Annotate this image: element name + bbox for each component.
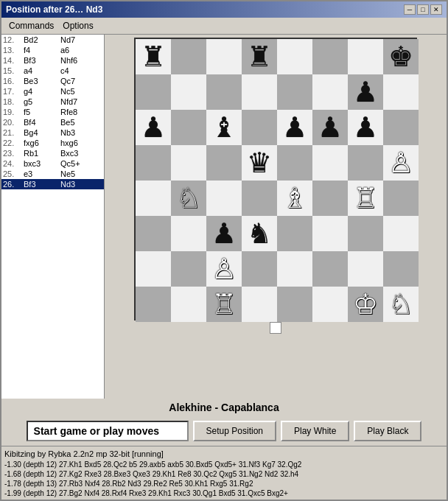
cell-g7[interactable]: ♟	[348, 74, 383, 110]
cell-c3[interactable]: ♟	[206, 216, 242, 251]
cell-c8[interactable]	[206, 39, 242, 74]
cell-h5[interactable]: ♙	[383, 145, 419, 181]
cell-h1[interactable]: ♘	[383, 287, 419, 322]
cell-c6[interactable]: ♝	[206, 110, 242, 145]
move-row[interactable]: 14. Bf3 Nhf6	[1, 55, 104, 66]
cell-f2[interactable]	[312, 251, 348, 287]
menu-options[interactable]: Options	[58, 19, 97, 32]
black-move[interactable]: Be5	[60, 118, 97, 127]
black-move[interactable]: Nhf6	[60, 56, 97, 65]
move-row[interactable]: 12. Bd2 Nd7	[1, 35, 104, 45]
move-row[interactable]: 13. f4 a6	[1, 45, 104, 55]
cell-e4[interactable]: ♗	[277, 181, 312, 216]
cell-h7[interactable]	[383, 74, 419, 110]
cell-h4[interactable]	[383, 181, 419, 216]
black-move[interactable]: Qc7	[60, 77, 97, 85]
black-move[interactable]: Rfe8	[60, 108, 97, 116]
cell-d7[interactable]	[242, 74, 277, 110]
white-move[interactable]: Be3	[24, 77, 60, 85]
white-move[interactable]: e3	[24, 169, 60, 178]
cell-g2[interactable]	[348, 251, 383, 287]
cell-d8[interactable]: ♜	[242, 39, 277, 74]
cell-f5[interactable]	[312, 145, 348, 181]
cell-g3[interactable]	[348, 216, 383, 251]
cell-b4[interactable]: ♘	[171, 181, 206, 216]
black-move[interactable]: Nb3	[60, 128, 97, 137]
move-row[interactable]: 22. fxg6 hxg6	[1, 138, 104, 148]
white-move[interactable]: fxg6	[24, 139, 60, 147]
white-move[interactable]: g5	[24, 97, 60, 106]
white-move[interactable]: Rb1	[24, 149, 60, 158]
white-move[interactable]: f4	[24, 46, 60, 55]
cell-f6[interactable]: ♟	[312, 110, 348, 145]
cell-b8[interactable]	[171, 39, 206, 74]
cell-h3[interactable]	[383, 216, 419, 251]
cell-a8[interactable]: ♜	[136, 39, 171, 74]
cell-d1[interactable]	[242, 287, 277, 322]
black-move[interactable]: Nd3	[60, 180, 97, 189]
setup-position-button[interactable]: Setup Position	[193, 421, 276, 441]
cell-d5[interactable]: ♛	[242, 145, 277, 181]
white-move[interactable]: Bd2	[24, 35, 60, 44]
white-move[interactable]: f5	[24, 108, 60, 116]
cell-c1[interactable]: ♖	[206, 287, 242, 322]
start-input[interactable]	[27, 421, 189, 441]
maximize-button[interactable]: □	[417, 4, 429, 15]
cell-d3[interactable]: ♞	[242, 216, 277, 251]
white-move[interactable]: bxc3	[24, 159, 60, 168]
cell-e8[interactable]	[277, 39, 312, 74]
move-row[interactable]: 18. g5 Nfd7	[1, 97, 104, 107]
black-move[interactable]: Bxc3	[60, 149, 97, 158]
black-move[interactable]: Nd7	[60, 35, 97, 44]
minimize-button[interactable]: ─	[404, 4, 416, 15]
menu-commands[interactable]: Commands	[4, 19, 58, 32]
cell-d4[interactable]	[242, 181, 277, 216]
move-row[interactable]: 15. a4 c4	[1, 66, 104, 76]
cell-a4[interactable]	[136, 181, 171, 216]
cell-a5[interactable]	[136, 145, 171, 181]
cell-f4[interactable]	[312, 181, 348, 216]
move-row[interactable]: 25. e3 Ne5	[1, 169, 104, 179]
cell-d2[interactable]	[242, 251, 277, 287]
cell-e2[interactable]	[277, 251, 312, 287]
cell-d6[interactable]	[242, 110, 277, 145]
cell-a3[interactable]	[136, 216, 171, 251]
cell-a1[interactable]	[136, 287, 171, 322]
cell-c2[interactable]: ♙	[206, 251, 242, 287]
move-row[interactable]: 17. g4 Nc5	[1, 86, 104, 97]
cell-f7[interactable]	[312, 74, 348, 110]
white-move[interactable]: a4	[24, 66, 60, 75]
cell-g5[interactable]	[348, 145, 383, 181]
cell-a2[interactable]	[136, 251, 171, 287]
black-move[interactable]: hxg6	[60, 139, 97, 147]
cell-g1[interactable]: ♔	[348, 287, 383, 322]
moves-panel[interactable]: 12. Bd2 Nd7 13. f4 a6 14. Bf3 Nhf6 15. a…	[1, 35, 105, 399]
cell-h8[interactable]: ♚	[383, 39, 419, 74]
cell-g4[interactable]: ♖	[348, 181, 383, 216]
cell-g6[interactable]: ♟	[348, 110, 383, 145]
cell-g8[interactable]	[348, 39, 383, 74]
play-white-button[interactable]: Play White	[281, 421, 349, 441]
cell-f8[interactable]	[312, 39, 348, 74]
move-row[interactable]: 24. bxc3 Qc5+	[1, 158, 104, 169]
black-move[interactable]: a6	[60, 46, 97, 55]
white-move[interactable]: Bf3	[24, 56, 60, 65]
black-move[interactable]: c4	[60, 66, 97, 75]
cell-b6[interactable]	[171, 110, 206, 145]
cell-f1[interactable]	[312, 287, 348, 322]
cell-e1[interactable]	[277, 287, 312, 322]
move-row[interactable]: 19. f5 Rfe8	[1, 107, 104, 117]
move-row[interactable]: 21. Bg4 Nb3	[1, 127, 104, 138]
cell-e7[interactable]	[277, 74, 312, 110]
cell-c4[interactable]	[206, 181, 242, 216]
black-move[interactable]: Ne5	[60, 169, 97, 178]
cell-a7[interactable]	[136, 74, 171, 110]
black-move[interactable]: Nc5	[60, 87, 97, 96]
cell-b7[interactable]	[171, 74, 206, 110]
cell-c7[interactable]	[206, 74, 242, 110]
black-move[interactable]: Qc5+	[60, 159, 97, 168]
play-black-button[interactable]: Play Black	[354, 421, 421, 441]
cell-e5[interactable]	[277, 145, 312, 181]
cell-e6[interactable]: ♟	[277, 110, 312, 145]
move-row[interactable]: 23. Rb1 Bxc3	[1, 148, 104, 158]
